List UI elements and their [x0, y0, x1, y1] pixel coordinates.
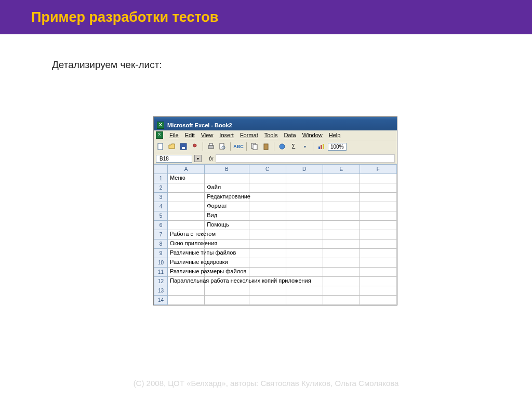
cell[interactable] — [286, 258, 323, 268]
cell[interactable] — [249, 202, 286, 211]
row-header[interactable]: 3 — [154, 193, 168, 202]
cell[interactable] — [286, 296, 323, 305]
cell[interactable] — [323, 221, 360, 230]
cell[interactable] — [249, 211, 286, 221]
cell[interactable]: Параллельная работа нескольких копий при… — [168, 277, 205, 286]
cell[interactable] — [249, 268, 286, 277]
save-icon[interactable] — [179, 142, 188, 151]
cell[interactable] — [249, 193, 286, 202]
menu-format[interactable]: Format — [240, 132, 258, 138]
cell[interactable] — [323, 240, 360, 249]
new-icon[interactable] — [156, 142, 165, 151]
cell[interactable] — [205, 286, 249, 296]
hyperlink-icon[interactable] — [277, 142, 287, 151]
row-header[interactable]: 10 — [154, 258, 168, 268]
menu-tools[interactable]: Tools — [264, 132, 278, 138]
doc-control-icon[interactable] — [156, 131, 163, 139]
col-header-C[interactable]: C — [249, 165, 286, 174]
cell[interactable] — [205, 296, 249, 305]
cell[interactable] — [323, 249, 360, 258]
row-header[interactable]: 2 — [154, 183, 168, 193]
cell[interactable] — [286, 202, 323, 211]
row-header[interactable]: 11 — [154, 268, 168, 277]
paste-icon[interactable] — [261, 142, 271, 151]
print-icon[interactable] — [206, 142, 216, 151]
cell[interactable] — [286, 221, 323, 230]
cell[interactable] — [323, 183, 360, 193]
col-header-E[interactable]: E — [323, 165, 360, 174]
col-header-F[interactable]: F — [360, 165, 396, 174]
open-icon[interactable] — [167, 142, 177, 151]
cell[interactable] — [205, 174, 249, 183]
select-all-corner[interactable] — [154, 165, 168, 174]
cell[interactable] — [360, 193, 396, 202]
col-header-D[interactable]: D — [286, 165, 323, 174]
cell[interactable] — [249, 286, 286, 296]
menu-data[interactable]: Data — [284, 132, 296, 138]
cell[interactable] — [323, 211, 360, 221]
cell[interactable] — [360, 183, 396, 193]
menu-help[interactable]: Help — [329, 132, 341, 138]
cell[interactable] — [168, 183, 205, 193]
cell[interactable] — [286, 211, 323, 221]
cell[interactable]: Работа с текстом — [168, 230, 205, 240]
cell[interactable] — [286, 183, 323, 193]
row-header[interactable]: 4 — [154, 202, 168, 211]
dropdown-icon[interactable]: ▼ — [300, 142, 310, 151]
cell[interactable] — [323, 286, 360, 296]
formula-input[interactable] — [216, 154, 395, 163]
menu-edit[interactable]: Edit — [185, 132, 195, 138]
cell[interactable] — [360, 221, 396, 230]
col-header-B[interactable]: B — [205, 165, 249, 174]
print-preview-icon[interactable] — [218, 142, 227, 151]
cell[interactable] — [286, 193, 323, 202]
spreadsheet-grid[interactable]: A B C D E F 1Меню 2Файл 3Редактирование … — [154, 164, 397, 305]
cell[interactable]: Окно приложения — [168, 240, 205, 249]
cell[interactable] — [168, 286, 205, 296]
menu-insert[interactable]: Insert — [219, 132, 234, 138]
menu-window[interactable]: Window — [302, 132, 323, 138]
cell[interactable] — [360, 249, 396, 258]
cell[interactable] — [360, 277, 396, 286]
cell[interactable]: Различные размеры файлов — [168, 268, 205, 277]
cell[interactable] — [249, 221, 286, 230]
row-header[interactable]: 14 — [154, 296, 168, 305]
row-header[interactable]: 1 — [154, 174, 168, 183]
cell[interactable] — [323, 258, 360, 268]
row-header[interactable]: 13 — [154, 286, 168, 296]
cell[interactable] — [323, 268, 360, 277]
cell[interactable] — [249, 258, 286, 268]
cell[interactable] — [323, 202, 360, 211]
cell[interactable] — [323, 277, 360, 286]
autosum-icon[interactable]: Σ — [289, 142, 298, 151]
cell[interactable] — [323, 174, 360, 183]
spelling-icon[interactable]: ABC — [234, 142, 243, 151]
cell[interactable] — [286, 230, 323, 240]
cell[interactable] — [168, 296, 205, 305]
row-header[interactable]: 7 — [154, 230, 168, 240]
cell[interactable] — [249, 183, 286, 193]
row-header[interactable]: 8 — [154, 240, 168, 249]
cell[interactable] — [286, 268, 323, 277]
cell[interactable] — [249, 240, 286, 249]
cell[interactable] — [249, 296, 286, 305]
name-box-dropdown-icon[interactable]: ▼ — [194, 155, 202, 162]
cell[interactable]: Меню — [168, 174, 205, 183]
cell[interactable] — [168, 221, 205, 230]
cell[interactable] — [168, 211, 205, 221]
cell[interactable] — [360, 240, 396, 249]
cell[interactable] — [360, 258, 396, 268]
cell[interactable] — [286, 240, 323, 249]
cell[interactable] — [323, 296, 360, 305]
cell[interactable] — [323, 193, 360, 202]
cell[interactable] — [360, 296, 396, 305]
cell[interactable] — [360, 174, 396, 183]
zoom-box[interactable]: 100% — [328, 143, 347, 151]
cell[interactable]: Редактирование — [205, 193, 249, 202]
cell[interactable] — [249, 249, 286, 258]
cell[interactable]: Различные кодировки — [168, 258, 205, 268]
cell[interactable]: Вид — [205, 211, 249, 221]
cell[interactable] — [360, 211, 396, 221]
cell[interactable] — [249, 174, 286, 183]
cell[interactable] — [168, 193, 205, 202]
